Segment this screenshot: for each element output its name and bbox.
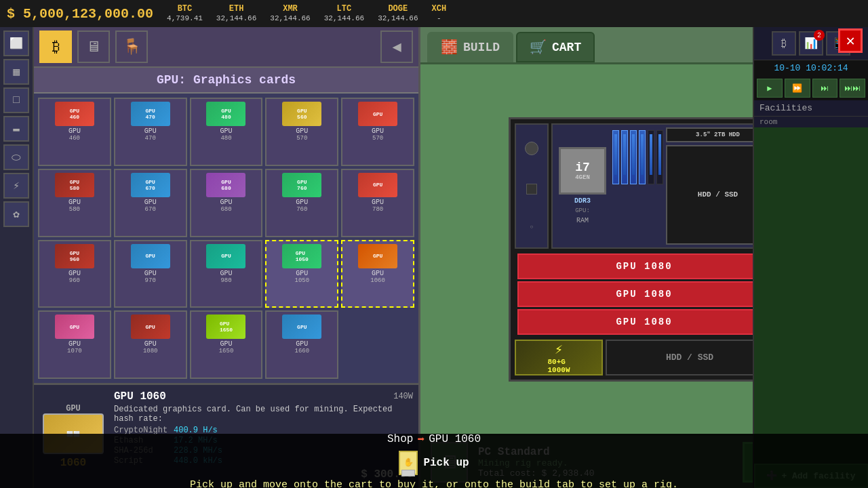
pc-case: ○ i7 4GEN DDR3 GPU: RAM <box>509 117 780 382</box>
sidebar-icon-power[interactable]: ⚡ <box>3 173 29 199</box>
nav-bitcoin[interactable]: ₿ <box>39 30 72 63</box>
tab-cart[interactable]: 🛒 CART <box>516 32 595 62</box>
balance-display: $ 5,000,123,000.00 <box>7 6 153 22</box>
breadcrumb-item: GPU 1060 <box>429 433 481 445</box>
close-button[interactable]: ✕ <box>838 28 863 53</box>
cpu-area: i7 4GEN DDR3 GPU: RAM <box>555 127 610 245</box>
build-icon: 🧱 <box>441 39 458 56</box>
ram-2 <box>621 130 628 184</box>
gpu-560[interactable]: GPU560 GPU 570 <box>265 98 338 166</box>
pickup-label: Pick up <box>423 457 469 469</box>
gpu-480[interactable]: GPU480 GPU 480 <box>190 98 263 166</box>
hdd-bottom: HDD / SSD <box>606 340 774 375</box>
pickup-row: ✋ Pick up <box>399 451 469 475</box>
fr-time: 10-10 10:02:14 <box>754 60 868 76</box>
gpu-grid: GPU460 GPU 460 GPU470 GPU 470 GPU480 GPU… <box>34 94 418 383</box>
gpu-580-col5[interactable]: GPU GPU 570 <box>341 98 414 166</box>
fr-controls: ▶ ⏩ ⏭ ⏭⏭ <box>754 76 868 100</box>
gpu-slot-3: GPU 1080 <box>517 309 771 335</box>
gpu-cursor-placeholder <box>341 310 414 379</box>
ram-5 <box>648 130 654 184</box>
gpu-1080[interactable]: GPU GPU 1080 <box>114 310 187 379</box>
ram-3 <box>630 130 637 184</box>
crypto-eth: ETH 32,144.66 <box>216 4 256 23</box>
gpu-slot-area: GPU 1080 GPU 1080 GPU 1080 <box>515 251 774 337</box>
left-sidebar: ⬜ ▦ □ ▬ ⬭ ⚡ ✿ <box>0 27 34 488</box>
detail-name: GPU 1060 <box>114 390 166 403</box>
fr-skip[interactable]: ⏭ <box>812 79 838 98</box>
gpu-1060[interactable]: GPU GPU 1060 <box>341 240 414 308</box>
gpu-960[interactable]: GPU960 GPU 960 <box>38 240 111 308</box>
gpu-slot-2: GPU 1080 <box>517 281 771 307</box>
mobo-left-panel: ○ <box>515 123 549 249</box>
gpu-460[interactable]: GPU460 GPU 460 <box>38 98 111 166</box>
topbar: $ 5,000,123,000.00 BTC 4,739.41 ETH 32,1… <box>0 0 868 27</box>
mobo-main-board: i7 4GEN DDR3 GPU: RAM <box>551 123 774 249</box>
gpu-670[interactable]: GPU670 GPU 670 <box>114 169 187 237</box>
gpu-1050[interactable]: GPU1050 GPU 1050 <box>265 240 338 308</box>
cart-icon: 🛒 <box>530 39 547 56</box>
fr-bitcoin-icon[interactable]: ₿ <box>772 31 796 56</box>
gpu-section-title: GPU: Graphics cards <box>34 68 418 94</box>
tab-build[interactable]: 🧱 BUILD <box>427 32 513 62</box>
shop-panel: ₿ 🖥 🪑 ◀ GPU: Graphics cards GPU460 GPU 4… <box>34 27 420 488</box>
breadcrumb-shop: Shop <box>387 433 413 445</box>
detail-description: Dedicated graphics card. Can be used for… <box>114 405 413 424</box>
crypto-ltc: LTC 32,144.66 <box>324 4 364 23</box>
crypto-xch: XCH - <box>432 4 447 23</box>
detail-watt: 140W <box>393 392 413 401</box>
breadcrumb-arrow: ➡ <box>417 432 425 447</box>
gpu-760[interactable]: GPU760 GPU 760 <box>265 169 338 237</box>
sidebar-icon-cube[interactable]: ⬜ <box>3 30 29 56</box>
psu-area: ⚡ 80+G 1000W HDD / SSD <box>515 340 774 375</box>
gpu-580[interactable]: GPU580 GPU 580 <box>38 169 111 237</box>
gpu-1660[interactable]: GPU GPU 1660 <box>265 310 338 379</box>
gpu-980[interactable]: GPU GPU 980 <box>190 240 263 308</box>
gpu-680[interactable]: GPU680 GPU 680 <box>190 169 263 237</box>
shop-nav: ₿ 🖥 🪑 ◀ <box>34 27 418 68</box>
bottom-strip: Shop ➡ GPU 1060 ✋ Pick up Pick up and mo… <box>0 434 868 488</box>
far-right-panel: ₿ 📊 2 📱 10-10 10:02:14 ▶ ⏩ ⏭ ⏭⏭ Faciliti… <box>753 27 868 488</box>
ram-4 <box>639 130 646 184</box>
gpu-slot-1: GPU 1080 <box>517 253 771 279</box>
gpu-970[interactable]: GPU GPU 970 <box>114 240 187 308</box>
sidebar-icon-cylinder[interactable]: ⬭ <box>3 144 29 170</box>
psu-unit: ⚡ 80+G 1000W <box>515 340 603 375</box>
ram-6 <box>656 130 663 184</box>
ram-1 <box>612 130 619 184</box>
crypto-btc: BTC 4,739.41 <box>167 4 203 23</box>
fr-play[interactable]: ▶ <box>757 79 783 98</box>
nav-chair[interactable]: 🪑 <box>115 30 148 63</box>
breadcrumb: Shop ➡ GPU 1060 <box>387 432 481 447</box>
motherboard-area: ○ i7 4GEN DDR3 GPU: RAM <box>515 123 774 249</box>
psu-bolt-icon: ⚡ <box>555 341 563 358</box>
gpu-780[interactable]: GPU GPU 780 <box>341 169 414 237</box>
nav-desk[interactable]: 🖥 <box>77 30 110 63</box>
instruction-text: Pick up and move onto the cart to buy it… <box>190 479 678 489</box>
cpu-chip: i7 4GEN <box>559 147 606 195</box>
sidebar-icon-grid[interactable]: ▦ <box>3 59 29 85</box>
fr-end[interactable]: ⏭⏭ <box>840 79 865 98</box>
sidebar-icon-cpu[interactable]: □ <box>3 87 29 113</box>
fr-room-label: room <box>754 117 868 127</box>
fr-stats-icon[interactable]: 📊 2 <box>799 31 823 56</box>
fr-facilities-label: Facilities <box>754 100 868 117</box>
gpu-1650[interactable]: GPU1650 GPU 1650 <box>190 310 263 379</box>
crypto-doge: DOGE 32,144.66 <box>378 4 418 23</box>
fr-fast-forward[interactable]: ⏩ <box>785 79 810 98</box>
pickup-hand-icon: ✋ <box>399 451 418 475</box>
main-layout: ⬜ ▦ □ ▬ ⬭ ⚡ ✿ ₿ 🖥 🪑 ◀ GPU: Graphics card… <box>0 27 868 488</box>
gpu-470[interactable]: GPU470 GPU 470 <box>114 98 187 166</box>
crypto-xmr: XMR 32,144.66 <box>270 4 310 23</box>
ram-area <box>612 127 663 245</box>
nav-back[interactable]: ◀ <box>380 30 413 63</box>
gpu-1070[interactable]: GPU GPU 1070 <box>38 310 111 379</box>
sidebar-icon-fan[interactable]: ✿ <box>3 201 29 227</box>
sidebar-icon-ram[interactable]: ▬ <box>3 116 29 142</box>
